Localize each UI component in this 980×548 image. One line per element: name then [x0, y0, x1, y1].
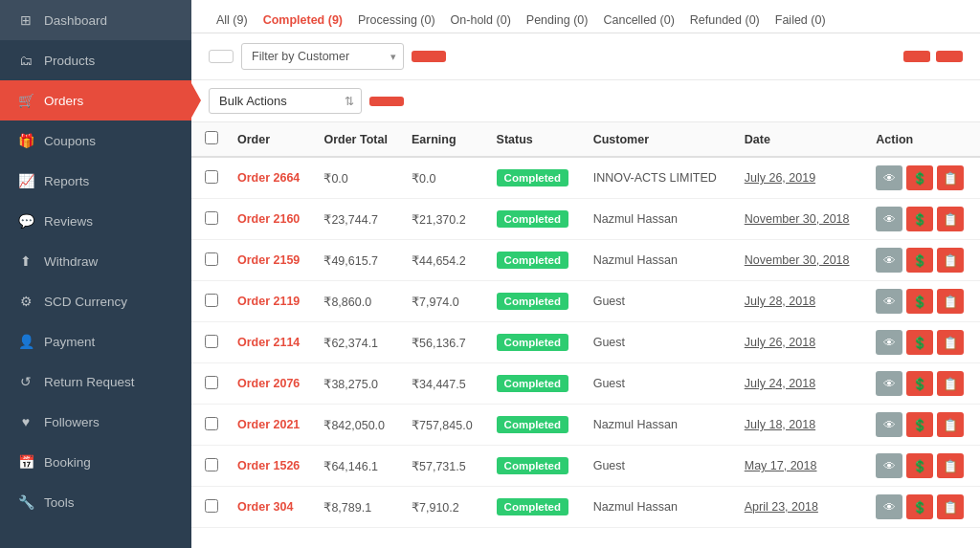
- sidebar-label-coupons: Coupons: [44, 134, 96, 148]
- tab-3[interactable]: On-hold (0): [443, 8, 519, 33]
- row-checkbox-4[interactable]: [205, 335, 218, 348]
- bulk-actions-select[interactable]: Bulk Actions: [209, 88, 362, 114]
- table-row: Order 2114 ₹62,374.1 ₹56,136.7 Completed…: [191, 322, 980, 363]
- order-link-8[interactable]: Order 304: [237, 500, 293, 514]
- earning-cell: ₹21,370.2: [402, 199, 487, 240]
- view-button-4[interactable]: 👁: [876, 330, 902, 355]
- row-checkbox-0[interactable]: [205, 170, 218, 184]
- select-all-checkbox[interactable]: [205, 131, 218, 144]
- edit-button-6[interactable]: 💲: [906, 412, 933, 437]
- view-button-8[interactable]: 👁: [876, 494, 902, 519]
- apply-button[interactable]: [369, 97, 404, 106]
- sidebar-item-withdraw[interactable]: ⬆Withdraw: [0, 241, 191, 281]
- order-link-2[interactable]: Order 2159: [237, 253, 300, 267]
- filter-date-button[interactable]: [209, 50, 234, 63]
- row-checkbox-6[interactable]: [205, 417, 218, 430]
- sidebar-label-payment: Payment: [44, 335, 95, 349]
- order-total-cell: ₹62,374.1: [314, 322, 402, 363]
- row-checkbox-2[interactable]: [205, 252, 218, 266]
- order-link-4[interactable]: Order 2114: [237, 336, 300, 349]
- row-checkbox-3[interactable]: [205, 294, 218, 307]
- edit-button-4[interactable]: 💲: [906, 330, 933, 355]
- edit-button-5[interactable]: 💲: [906, 371, 933, 396]
- edit-button-3[interactable]: 💲: [906, 289, 933, 314]
- edit-button-1[interactable]: 💲: [906, 207, 933, 231]
- sidebar-item-tools[interactable]: 🔧Tools: [0, 482, 191, 522]
- delete-button-4[interactable]: 📋: [937, 330, 964, 355]
- tab-7[interactable]: Failed (0): [768, 8, 834, 33]
- view-button-1[interactable]: 👁: [876, 207, 902, 231]
- date-link-3[interactable]: July 28, 2018: [745, 295, 815, 308]
- view-button-2[interactable]: 👁: [876, 248, 902, 273]
- view-button-3[interactable]: 👁: [876, 289, 902, 314]
- date-link-8[interactable]: April 23, 2018: [745, 500, 818, 514]
- edit-button-0[interactable]: 💲: [906, 165, 933, 190]
- edit-button-2[interactable]: 💲: [906, 248, 933, 273]
- sidebar-item-reviews[interactable]: 💬Reviews: [0, 201, 191, 241]
- action-cell: 👁 💲 📋: [866, 157, 980, 199]
- filter-button[interactable]: [412, 51, 446, 62]
- sidebar-item-reports[interactable]: 📈Reports: [0, 161, 191, 201]
- sidebar-item-return-request[interactable]: ↺Return Request: [0, 362, 191, 402]
- delete-button-6[interactable]: 📋: [937, 412, 964, 437]
- tab-1[interactable]: Completed (9): [256, 8, 350, 33]
- sidebar-item-orders[interactable]: 🛒Orders: [0, 80, 191, 121]
- delete-button-3[interactable]: 📋: [937, 289, 964, 314]
- order-link-0[interactable]: Order 2664: [237, 171, 300, 185]
- sidebar-item-payment[interactable]: 👤Payment: [0, 321, 191, 362]
- date-cell: November 30, 2018: [735, 240, 867, 281]
- row-checkbox-8[interactable]: [205, 499, 218, 513]
- filter-customer-select[interactable]: Filter by Customer: [241, 43, 404, 70]
- date-cell: July 18, 2018: [735, 405, 867, 446]
- sidebar-item-booking[interactable]: 📅Booking: [0, 442, 191, 482]
- earning-cell: ₹44,654.2: [402, 240, 487, 281]
- row-checkbox-7[interactable]: [205, 458, 218, 471]
- delete-button-1[interactable]: 📋: [937, 207, 964, 231]
- order-cell: Order 2076: [228, 363, 314, 405]
- view-button-6[interactable]: 👁: [876, 412, 902, 437]
- delete-button-2[interactable]: 📋: [937, 248, 964, 273]
- order-link-5[interactable]: Order 2076: [237, 377, 300, 390]
- tab-2[interactable]: Processing (0): [350, 8, 443, 33]
- order-link-7[interactable]: Order 1526: [237, 459, 300, 472]
- date-link-2[interactable]: November 30, 2018: [745, 253, 850, 267]
- edit-button-7[interactable]: 💲: [906, 453, 933, 478]
- order-link-3[interactable]: Order 2119: [237, 295, 300, 308]
- date-link-1[interactable]: November 30, 2018: [745, 212, 850, 226]
- date-link-0[interactable]: July 26, 2019: [745, 171, 815, 185]
- sidebar-item-coupons[interactable]: 🎁Coupons: [0, 121, 191, 161]
- edit-button-8[interactable]: 💲: [906, 494, 933, 519]
- view-button-7[interactable]: 👁: [876, 453, 902, 478]
- sidebar-item-products[interactable]: 🗂Products: [0, 40, 191, 80]
- date-cell: July 26, 2019: [735, 157, 867, 199]
- customer-cell: Nazmul Hassan: [584, 405, 735, 446]
- order-link-1[interactable]: Order 2160: [237, 212, 300, 226]
- delete-button-5[interactable]: 📋: [937, 371, 964, 396]
- date-cell: July 28, 2018: [735, 281, 867, 322]
- date-link-4[interactable]: July 26, 2018: [745, 336, 815, 349]
- order-link-6[interactable]: Order 2021: [237, 418, 300, 431]
- row-checkbox-5[interactable]: [205, 376, 218, 389]
- tab-6[interactable]: Refunded (0): [682, 8, 768, 33]
- tab-5[interactable]: Cancelled (0): [595, 8, 681, 33]
- delete-button-7[interactable]: 📋: [937, 453, 964, 478]
- sidebar-item-scd-currency[interactable]: ⚙SCD Currency: [0, 281, 191, 321]
- orders-table: OrderOrder TotalEarningStatusCustomerDat…: [191, 122, 980, 528]
- row-checkbox-1[interactable]: [205, 211, 218, 225]
- export-filtered-button[interactable]: [936, 51, 963, 62]
- delete-button-0[interactable]: 📋: [937, 165, 964, 190]
- date-link-5[interactable]: July 24, 2018: [745, 377, 815, 390]
- sidebar-item-followers[interactable]: ♥Followers: [0, 402, 191, 442]
- date-link-6[interactable]: July 18, 2018: [745, 418, 815, 431]
- sidebar-item-dashboard[interactable]: ⊞Dashboard: [0, 0, 191, 40]
- delete-button-8[interactable]: 📋: [937, 494, 964, 519]
- tab-0[interactable]: All (9): [209, 8, 256, 33]
- col-header-3: Earning: [402, 122, 487, 157]
- table-row: Order 2119 ₹8,860.0 ₹7,974.0 Completed G…: [191, 281, 980, 322]
- date-link-7[interactable]: May 17, 2018: [745, 459, 817, 472]
- order-cell: Order 2119: [228, 281, 314, 322]
- tab-4[interactable]: Pending (0): [519, 8, 596, 33]
- view-button-5[interactable]: 👁: [876, 371, 902, 396]
- view-button-0[interactable]: 👁: [876, 165, 902, 190]
- export-all-button[interactable]: [903, 51, 930, 62]
